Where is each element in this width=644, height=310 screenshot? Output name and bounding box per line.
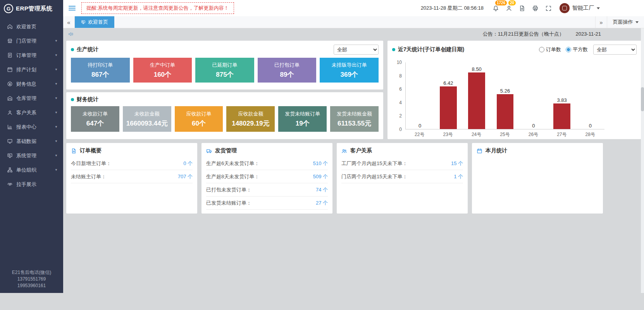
summary-row-value[interactable]: 707 个 — [178, 173, 193, 180]
chart-mode-option-1[interactable]: 平方数 — [566, 46, 588, 53]
sidebar-item-6[interactable]: 客户关系▼ — [0, 105, 63, 120]
account-menu[interactable]: 智能工厂 — [560, 3, 600, 13]
sidebar-item-10[interactable]: 单位组织▼ — [0, 163, 63, 177]
user-button[interactable]: 20 — [502, 0, 515, 16]
summary-row-label: 未结账主订单： — [71, 173, 106, 180]
tab-icon — [81, 20, 86, 24]
summary-panel-0: 订单概要今日新增主订单：0 个未结账主订单：707 个 — [66, 143, 197, 214]
summary-row-value[interactable]: 15 个 — [451, 160, 463, 167]
sidebar-item-4[interactable]: 财务信息▼ — [0, 77, 63, 91]
sidebar-footer: E21售后电话(微信)1379155176919953960161 — [0, 269, 63, 289]
production-card-0[interactable]: 待打印订单867个 — [71, 58, 130, 83]
x-axis-tick-label: 28号 — [576, 131, 604, 138]
announcement-link[interactable]: 公告：11月21日更新公告（晚十点） — [483, 31, 564, 37]
chart-filter-select[interactable]: 全部 — [593, 45, 637, 55]
chevron-down-icon: ▼ — [55, 140, 58, 143]
sidebar-item-2[interactable]: 订单管理▼ — [0, 48, 63, 62]
sidebar-item-8[interactable]: 基础数据▼ — [0, 134, 63, 148]
page-actions-dropdown[interactable]: 页面操作 — [607, 16, 644, 28]
summary-row-label: 今日新增主订单： — [71, 160, 111, 167]
sidebar-item-5[interactable]: 仓库管理▼ — [0, 91, 63, 105]
sidebar-footer-line: 19953960161 — [0, 282, 63, 289]
chevron-down-icon: ▼ — [55, 39, 58, 43]
production-card-4[interactable]: 未排版导出订单369个 — [320, 58, 379, 83]
summary-panel-2: 客户关系工厂两个月内超15天未下单：15 个门店两个月内超15天未下单：1 个 — [337, 143, 468, 214]
top-grid: 生产统计 全部 待打印订单867个生产中订单160个已延期订单875个已打包订单… — [66, 41, 641, 139]
summary-row-label: 门店两个月内超15天未下单： — [341, 173, 407, 180]
sidebar-item-label: 财务信息 — [16, 81, 36, 88]
sidebar-item-0[interactable]: 欢迎首页 — [0, 19, 63, 34]
stat-card-value: 89个 — [280, 70, 294, 79]
sidebar-menu: 欢迎首页门店管理▼订单管理▼排产计划▼财务信息▼仓库管理▼客户关系▼报表中心▼基… — [0, 17, 63, 191]
tabs-scroll-left-button[interactable]: « — [63, 16, 75, 28]
chart-bar-slot: 5.26 — [491, 62, 519, 129]
finance-card-2[interactable]: 应收款订单60个 — [175, 106, 223, 132]
file-button[interactable] — [515, 0, 529, 16]
summary-panel-title: 发货管理 — [215, 147, 237, 154]
fullscreen-button[interactable] — [542, 0, 555, 16]
chart-mode-option-0[interactable]: 订单数 — [539, 46, 561, 53]
tab-bar: « 欢迎首页 » 页面操作 — [63, 16, 644, 28]
production-panel-header: 生产统计 全部 — [66, 41, 383, 57]
chart-mode-radio[interactable] — [539, 47, 544, 52]
finance-card-5[interactable]: 发货未结账金额61153.55元 — [330, 106, 379, 132]
bar-value-label: 0 — [589, 123, 592, 129]
bar-value-label: 3.83 — [557, 97, 567, 103]
sidebar-toggle-icon[interactable] — [69, 6, 76, 10]
announcement-date: 2023-11-21 — [575, 31, 601, 37]
announcement-bar: 公告：11月21日更新公告（晚十点） 2023-11-21 — [66, 28, 641, 40]
y-axis-tick-label: 0 — [399, 127, 402, 132]
summary-row-value[interactable]: 74 个 — [316, 186, 328, 193]
summary-row-value[interactable]: 510 个 — [313, 160, 328, 167]
sidebar-item-label: 订单管理 — [16, 52, 36, 59]
scrollbar-thumb[interactable] — [641, 87, 644, 111]
x-axis-tick-label: 25号 — [491, 131, 519, 138]
stat-card-label: 已延期订单 — [212, 62, 237, 69]
chevron-down-icon: ▼ — [55, 82, 58, 86]
summary-row: 未结账主订单：707 个 — [71, 170, 193, 183]
summary-panel-body: 生产超6天未发货订单：510 个生产超8天未发货订单：509 个已打包未发货订单… — [201, 157, 332, 210]
datetime-display: 2023-11-28 星期二 08:56:18 — [421, 5, 484, 12]
summary-panel-header: 本月统计 — [472, 143, 603, 157]
stat-card-value: 647个 — [86, 119, 104, 128]
summary-row-label: 已打包未发货订单： — [206, 186, 251, 193]
radio-label: 平方数 — [573, 46, 588, 53]
sidebar-item-3[interactable]: 排产计划▼ — [0, 62, 63, 77]
sidebar-item-label: 系统管理 — [16, 152, 36, 159]
summary-panel-title: 本月统计 — [486, 147, 507, 154]
summary-row-value[interactable]: 0 个 — [183, 160, 193, 167]
summary-row: 生产超6天未发货订单：510 个 — [206, 157, 328, 170]
print-button[interactable] — [529, 0, 542, 16]
tab-home[interactable]: 欢迎首页 — [75, 16, 114, 28]
summary-panel-header: 客户关系 — [337, 143, 468, 157]
chart-mode-radio[interactable] — [566, 47, 571, 52]
summary-row-value[interactable]: 509 个 — [313, 173, 328, 180]
bell-button[interactable]: 1726 — [489, 0, 502, 16]
summary-row-value[interactable]: 1 个 — [454, 173, 463, 180]
vertical-scrollbar[interactable] — [641, 28, 644, 293]
panel-dot-icon — [71, 48, 74, 51]
order-icon — [7, 52, 13, 58]
sidebar-item-11[interactable]: 拉手展示 — [0, 177, 63, 191]
summary-row-value[interactable]: 27 个 — [316, 200, 328, 207]
store-icon — [7, 38, 13, 44]
tab-label: 欢迎首页 — [88, 19, 108, 26]
production-card-3[interactable]: 已打包订单89个 — [258, 58, 317, 83]
x-axis-tick-label: 26号 — [519, 131, 548, 138]
tabs-scroll-right-button[interactable]: » — [595, 16, 607, 28]
production-card-1[interactable]: 生产中订单160个 — [133, 58, 192, 83]
stat-card-value: 1660093.44元 — [126, 119, 168, 128]
sidebar-item-7[interactable]: 报表中心▼ — [0, 120, 63, 134]
sidebar-item-9[interactable]: 系统管理▼ — [0, 148, 63, 163]
finance-card-0[interactable]: 未收款订单647个 — [71, 106, 119, 132]
chevron-down-icon: ▼ — [55, 168, 58, 172]
production-filter-select[interactable]: 全部 — [334, 45, 379, 55]
sidebar-item-1[interactable]: 门店管理▼ — [0, 34, 63, 48]
finance-card-1[interactable]: 未收款金额1660093.44元 — [123, 106, 171, 132]
y-axis-tick-label: 6 — [399, 86, 402, 92]
finance-card-4[interactable]: 发货未结账订单19个 — [278, 106, 327, 132]
finance-card-3[interactable]: 应收款金额148029.19元 — [226, 106, 275, 132]
document-icon — [71, 148, 77, 154]
sidebar-item-label: 欢迎首页 — [16, 23, 36, 30]
production-card-2[interactable]: 已延期订单875个 — [195, 58, 254, 83]
